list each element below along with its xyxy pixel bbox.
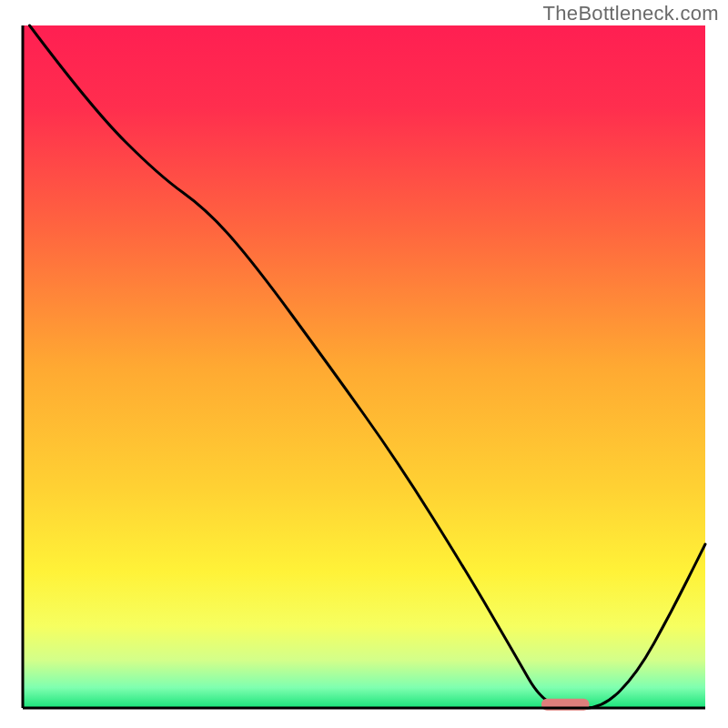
gradient-background	[23, 25, 705, 708]
chart-frame: TheBottleneck.com	[0, 0, 728, 728]
bottleneck-chart	[0, 0, 728, 728]
